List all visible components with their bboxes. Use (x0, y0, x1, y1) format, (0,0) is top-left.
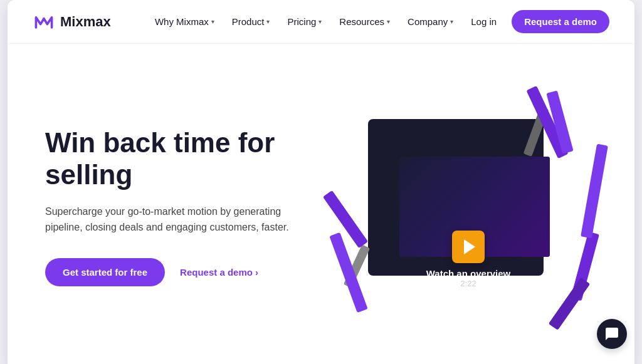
nav-product[interactable]: Product ▾ (224, 11, 278, 32)
video-info: Watch an overview 2:22 (426, 268, 511, 288)
nav-resources[interactable]: Resources ▾ (332, 11, 397, 32)
chevron-down-icon: ▾ (450, 18, 453, 25)
hero-visual: Watch an overview 2:22 (327, 81, 609, 332)
logo-icon (33, 11, 55, 33)
nav-why-mixmax[interactable]: Why Mixmax ▾ (147, 11, 222, 32)
video-title: Watch an overview (426, 268, 511, 279)
logo-text: Mixmax (60, 14, 111, 30)
login-link[interactable]: Log in (461, 11, 507, 32)
video-overlay: Watch an overview 2:22 (362, 231, 575, 288)
hero-subtitle: Supercharge your go-to-market motion by … (45, 204, 296, 236)
request-demo-nav-button[interactable]: Request a demo (512, 10, 609, 33)
nav-company[interactable]: Company ▾ (400, 11, 461, 32)
hero-buttons: Get started for free Request a demo › (45, 258, 327, 286)
ribbon-decoration (581, 144, 608, 239)
chevron-down-icon: ▾ (387, 18, 390, 25)
logo-link[interactable]: Mixmax (33, 11, 111, 33)
video-duration: 2:22 (426, 279, 511, 288)
get-started-button[interactable]: Get started for free (45, 258, 165, 286)
navbar: Mixmax Why Mixmax ▾ Product ▾ Pricing ▾ (8, 0, 634, 44)
hero-title: Win back time for selling (45, 127, 327, 190)
nav-pricing[interactable]: Pricing ▾ (280, 11, 329, 32)
chat-icon (604, 326, 619, 341)
chevron-down-icon: ▾ (318, 18, 322, 25)
hero-content: Win back time for selling Supercharge yo… (45, 127, 327, 286)
play-button[interactable] (452, 231, 485, 263)
chevron-down-icon: ▾ (211, 18, 214, 25)
request-demo-hero-link[interactable]: Request a demo › (180, 267, 258, 278)
chevron-down-icon: ▾ (266, 18, 270, 25)
play-icon (464, 239, 475, 254)
chat-button[interactable] (597, 319, 627, 349)
hero-section: Win back time for selling Supercharge yo… (8, 44, 634, 364)
nav-links: Why Mixmax ▾ Product ▾ Pricing ▾ Resourc… (147, 11, 461, 32)
decorative-visual: Watch an overview 2:22 (349, 94, 587, 320)
